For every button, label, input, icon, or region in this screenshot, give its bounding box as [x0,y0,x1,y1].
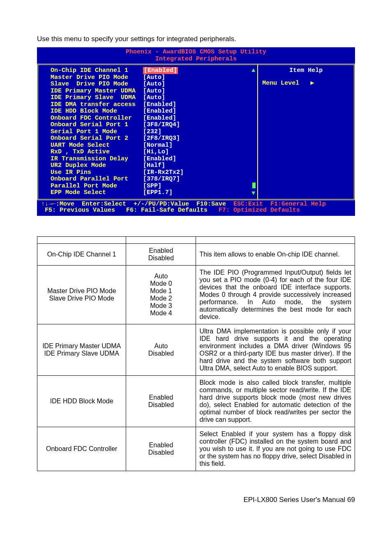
option-value[interactable]: [2F8/IRQ3] [143,135,180,142]
setting-description: Select Enabled if your system has a flop… [196,427,355,471]
option-value[interactable]: [Auto] [143,81,165,88]
setting-name: IDE Primary Master UDMAIDE Primary Slave… [37,324,126,375]
help-title: Item Help [262,67,350,74]
option-label: IDE HDD Block Mode [51,108,143,115]
setting-name: Onboard FDC Controller [37,427,126,471]
table-row: Onboard FDC ControllerEnabledDisabledSel… [37,427,355,471]
bios-window: Phoenix - AwardBIOS CMOS Setup Utility I… [37,47,355,216]
bios-title: Phoenix - AwardBIOS CMOS Setup Utility [37,47,355,56]
scrollbar-thumb[interactable] [252,183,256,188]
bios-option-row[interactable]: IDE DMA transfer access[Enabled] [51,102,254,109]
setting-description: Ultra DMA implementation is possible onl… [196,324,355,375]
scroll-up-icon[interactable]: ▲ [251,67,255,74]
option-label: IDE DMA transfer access [51,102,143,109]
bios-footer: ↑↓→←:Move Enter:Select +/-/PU/PD:Value F… [37,200,355,216]
bios-option-row[interactable]: On-Chip IDE Channel 1[Enabled] [51,67,254,74]
bios-option-row[interactable]: Onboard Serial Port 2[2F8/IRQ3] [51,135,254,142]
bios-option-row[interactable]: Serial Port 1 Mode[232] [51,129,254,136]
option-value[interactable]: [Auto] [143,94,165,101]
setting-name: On-Chip IDE Channel 1 [37,243,126,265]
bios-option-row[interactable]: UR2 Duplex Mode[Half] [51,162,254,169]
setting-options: EnabledDisabled [126,243,196,265]
option-label: Use IR Pins [51,169,143,176]
option-value[interactable]: [IR-Rx2Tx2] [143,169,184,176]
option-value[interactable]: [Enabled] [143,67,178,74]
option-value[interactable]: [Half] [143,162,165,169]
desc-header-opt [126,236,196,243]
table-row: IDE HDD Block ModeEnabledDisabledBlock m… [37,375,355,427]
option-label: IDE Primary Master UDMA [51,88,143,95]
option-label: UART Mode Select [51,142,143,149]
option-label: Onboard FDC Controller [51,115,143,122]
bios-option-row[interactable]: IDE Primary Master UDMA[Auto] [51,88,254,95]
menu-level-arrow-icon: ▶ [310,80,314,87]
bios-option-row[interactable]: Parallel Port Mode[SPP] [51,183,254,190]
description-table: On-Chip IDE Channel 1EnabledDisabledThis… [37,236,355,471]
bios-option-row[interactable]: IDE HDD Block Mode[Enabled] [51,108,254,115]
option-label: Onboard Parallel Port [51,176,143,183]
option-value[interactable]: [Normal] [143,142,173,149]
bios-option-row[interactable]: Use IR Pins[IR-Rx2Tx2] [51,169,254,176]
option-label: Master Drive PIO Mode [51,74,143,81]
option-label: EPP Mode Select [51,190,143,197]
bios-option-row[interactable]: IDE Primary Slave UDMA[Auto] [51,95,254,102]
option-label: Onboard Serial Port 2 [51,135,143,142]
bios-option-row[interactable]: RxD , TxD Active[Hi,Lo] [51,149,254,156]
setting-name: Master Drive PIO ModeSlave Drive PIO Mod… [37,265,126,324]
option-label: Slave Drive PIO Mode [51,81,143,88]
option-label: Onboard Serial Port 1 [51,122,143,129]
option-value[interactable]: [EPP1.7] [143,189,173,196]
desc-header-info [196,236,355,243]
setting-description: Block mode is also called block transfer… [196,375,355,427]
setting-options: AutoMode 0Mode 1Mode 2Mode 3Mode 4 [126,265,196,324]
bios-option-row[interactable]: EPP Mode Select[EPP1.7] [51,190,254,197]
desc-header-name [37,236,126,243]
menu-level: Menu Level ▶ [262,80,350,86]
option-value[interactable]: [Auto] [143,88,165,95]
scroll-down-icon[interactable]: ▼ [251,190,255,197]
setting-options: EnabledDisabled [126,375,196,427]
setting-description: This item allows to enable On-chip IDE c… [196,243,355,265]
setting-options: AutoDisabled [126,324,196,375]
setting-options: EnabledDisabled [126,427,196,471]
option-value[interactable]: [Enabled] [143,115,176,122]
option-value[interactable]: [Auto] [143,74,165,81]
option-value[interactable]: [232] [143,128,161,135]
bios-option-row[interactable]: Onboard FDC Controller[Enabled] [51,115,254,122]
intro-text: Use this menu to specify your settings f… [37,35,355,43]
bios-option-row[interactable]: UART Mode Select[Normal] [51,142,254,149]
option-value[interactable]: [Enabled] [143,101,176,108]
bios-option-row[interactable]: Onboard Serial Port 1[3F8/IRQ4] [51,122,254,129]
setting-description: The IDE PIO (Programmed Input/Output) fi… [196,265,355,324]
option-value[interactable]: [3F8/IRQ4] [143,121,180,128]
option-label: Serial Port 1 Mode [51,129,143,136]
option-label: IR Transmission Delay [51,156,143,163]
option-value[interactable]: [Enabled] [143,108,176,115]
option-label: IDE Primary Slave UDMA [51,95,143,102]
page-footer: EPI-LX800 Series User's Manual 69 [37,496,355,504]
menu-level-label: Menu Level [262,80,299,87]
option-label: RxD , TxD Active [51,149,143,156]
footer-keys-right-2: F7: Optimized Defaults [208,207,300,214]
table-row: IDE Primary Master UDMAIDE Primary Slave… [37,324,355,375]
option-value[interactable]: [Hi,Lo] [143,148,169,155]
table-row: Master Drive PIO ModeSlave Drive PIO Mod… [37,265,355,324]
bios-option-row[interactable]: Master Drive PIO Mode[Auto] [51,74,254,81]
option-value[interactable]: [Enabled] [143,155,176,162]
bios-help-pane: Item Help Menu Level ▶ [258,64,355,200]
table-row: On-Chip IDE Channel 1EnabledDisabledThis… [37,243,355,265]
bios-option-row[interactable]: Onboard Parallel Port[378/IRQ7] [51,176,254,183]
footer-keys-left-2: F5: Previous Values F6: Fail-Safe Defaul… [41,207,208,214]
option-value[interactable]: [378/IRQ7] [143,176,180,183]
option-label: On-Chip IDE Channel 1 [51,67,143,74]
bios-subtitle: Integrated Peripherals [37,56,355,64]
option-value[interactable]: [SPP] [143,183,161,190]
bios-option-row[interactable]: Slave Drive PIO Mode[Auto] [51,81,254,88]
option-label: UR2 Duplex Mode [51,162,143,169]
bios-options-pane[interactable]: ▲ On-Chip IDE Channel 1[Enabled]Master D… [37,64,258,200]
setting-name: IDE HDD Block Mode [37,375,126,427]
option-label: Parallel Port Mode [51,183,143,190]
bios-option-row[interactable]: IR Transmission Delay[Enabled] [51,156,254,163]
